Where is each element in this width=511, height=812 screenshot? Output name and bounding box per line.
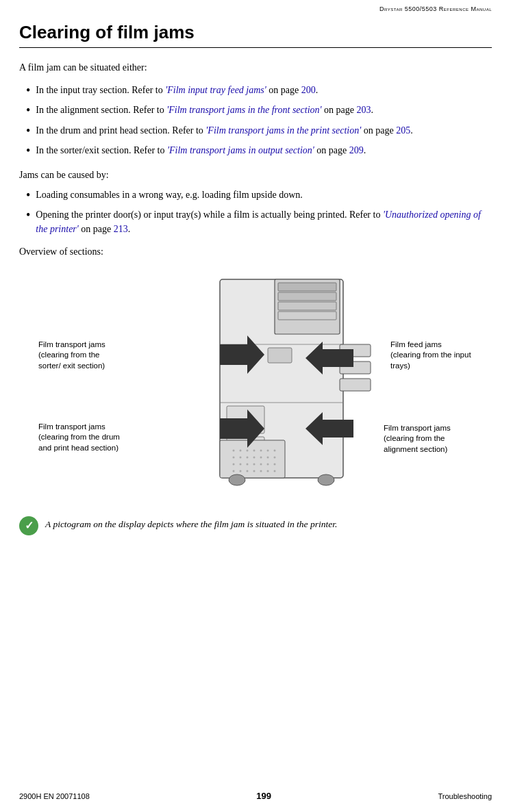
header-title: Drystar 5500/5503 Reference Manual: [379, 5, 492, 12]
link-unauthorized[interactable]: 'Unauthorized opening of the printer': [36, 210, 481, 234]
printer-diagram: [165, 266, 391, 498]
cause-item: Opening the printer door(s) or input tra…: [19, 207, 492, 236]
causes-label: Jams can be caused by:: [19, 168, 492, 182]
page-title-section: Clearing of film jams: [0, 15, 511, 48]
svg-point-35: [274, 463, 276, 465]
checkmark-icon: ✓: [19, 516, 38, 535]
page-header: Drystar 5500/5503 Reference Manual: [0, 0, 511, 15]
location-list: In the input tray section. Refer to 'Fil…: [19, 83, 492, 160]
page-213[interactable]: 213: [114, 224, 128, 234]
svg-point-30: [240, 463, 242, 465]
svg-point-15: [233, 449, 235, 451]
list-item-text: In the drum and print head section. Refe…: [36, 123, 412, 138]
svg-point-43: [229, 474, 245, 485]
svg-rect-4: [278, 302, 336, 310]
svg-point-29: [233, 463, 235, 465]
svg-point-39: [253, 470, 256, 472]
causes-list: Loading consumables in a wrong way, e.g.…: [19, 188, 492, 236]
svg-point-18: [253, 449, 256, 451]
svg-point-42: [274, 470, 276, 472]
svg-rect-14: [220, 440, 285, 478]
page-200[interactable]: 200: [301, 85, 316, 95]
svg-rect-5: [278, 312, 336, 320]
page-209[interactable]: 209: [349, 145, 364, 155]
page-number: 199: [256, 791, 271, 801]
list-item: In the drum and print head section. Refe…: [19, 123, 492, 139]
link-alignment[interactable]: 'Film transport jams in the front sectio…: [166, 105, 321, 115]
svg-point-36: [233, 470, 235, 472]
svg-rect-3: [278, 292, 336, 301]
svg-rect-2: [278, 283, 336, 291]
svg-point-16: [240, 449, 242, 451]
cause-item-text: Opening the printer door(s) or input tra…: [36, 207, 492, 236]
svg-rect-8: [340, 379, 371, 391]
page-footer: 2900H EN 20071108 199 Troubleshooting: [19, 791, 492, 801]
footer-right: Troubleshooting: [438, 792, 492, 800]
list-item-text: In the alignment section. Refer to 'Film…: [36, 103, 373, 117]
svg-point-20: [267, 449, 269, 451]
svg-point-28: [274, 456, 276, 458]
list-item: In the sorter/exit section. Refer to 'Fi…: [19, 143, 492, 159]
label-drum: Film transport jams (clearing from the d…: [38, 422, 121, 454]
svg-point-27: [267, 456, 269, 458]
list-item: In the alignment section. Refer to 'Film…: [19, 103, 492, 118]
svg-point-21: [274, 449, 276, 451]
diagram-area: Film transport jams (clearing from the s…: [19, 266, 492, 498]
list-item-text: In the sorter/exit section. Refer to 'Fi…: [36, 143, 366, 157]
content: A film jam can be situated either: In th…: [0, 60, 511, 540]
link-input-tray[interactable]: 'Film input tray feed jams': [165, 85, 266, 95]
intro-text: A film jam can be situated either:: [19, 60, 492, 75]
svg-point-41: [267, 470, 269, 472]
svg-point-34: [267, 463, 269, 465]
svg-point-37: [240, 470, 242, 472]
svg-point-25: [253, 456, 256, 458]
label-feed: Film feed jams (clearing from the input …: [390, 340, 473, 372]
svg-rect-13: [268, 348, 292, 363]
list-item-text: In the input tray section. Refer to 'Fil…: [36, 83, 318, 97]
svg-point-33: [260, 463, 262, 465]
cause-item: Loading consumables in a wrong way, e.g.…: [19, 188, 492, 203]
page-205[interactable]: 205: [396, 125, 410, 136]
title-rule: [19, 47, 492, 48]
svg-point-19: [260, 449, 262, 451]
note-box: ✓ A pictogram on the display depicts whe…: [19, 511, 492, 540]
label-alignment: Film transport jams (clearing from the a…: [384, 423, 473, 455]
page-title: Clearing of film jams: [19, 22, 492, 43]
overview-label: Overview of sections:: [19, 244, 492, 259]
svg-point-17: [247, 449, 249, 451]
footer-left: 2900H EN 20071108: [19, 792, 90, 800]
link-output[interactable]: 'Film transport jams in output section': [167, 145, 314, 155]
link-print-section[interactable]: 'Film transport jams in the print sectio…: [205, 125, 361, 136]
list-item: In the input tray section. Refer to 'Fil…: [19, 83, 492, 99]
label-sorter: Film transport jams (clearing from the s…: [38, 340, 117, 372]
page-203[interactable]: 203: [357, 105, 371, 115]
note-text: A pictogram on the display depicts where…: [45, 515, 337, 531]
svg-point-32: [253, 463, 256, 465]
svg-point-38: [247, 470, 249, 472]
svg-point-40: [260, 470, 262, 472]
svg-point-26: [260, 456, 262, 458]
svg-point-31: [247, 463, 249, 465]
cause-item-text: Loading consumables in a wrong way, e.g.…: [36, 188, 302, 202]
svg-point-22: [233, 456, 235, 458]
svg-point-23: [240, 456, 242, 458]
svg-point-24: [247, 456, 249, 458]
svg-point-44: [318, 474, 334, 485]
